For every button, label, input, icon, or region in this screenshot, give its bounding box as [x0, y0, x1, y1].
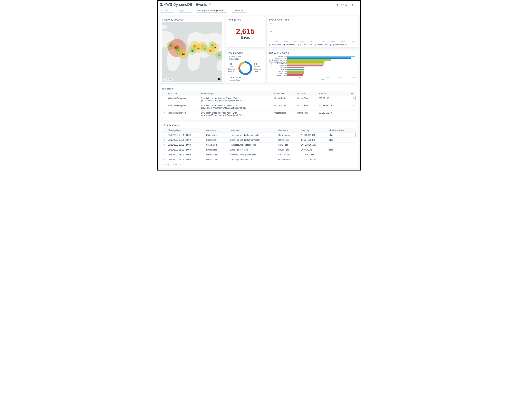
- legend-item[interactable]: CreateTable: [269, 44, 281, 46]
- col-header[interactable]: ErrorMessage: [199, 91, 273, 96]
- map-bubble[interactable]: 3: [191, 50, 194, 52]
- map-bubble[interactable]: 18: [209, 49, 212, 52]
- refresh-button[interactable]: [345, 4, 350, 6]
- map-bubble[interactable]: 1: [218, 54, 221, 56]
- filter-tablename[interactable]: tablename *: [232, 9, 246, 13]
- donut-label: 1,425 (11.1%) Describe Stream: [228, 63, 238, 73]
- table-row[interactable]: 405/19/2022 15:12:42:000DeleteTablesumol…: [162, 147, 356, 152]
- clock-icon: [336, 4, 339, 6]
- top5-donut[interactable]: 1,305 (10.2%) DeleteTable 1,425 (11.1%) …: [228, 55, 263, 81]
- filter-value: *: [169, 9, 170, 12]
- filter-namespace[interactable]: namespace: [197, 8, 227, 13]
- events-timechart[interactable]: 100 50 0 18:0021:0000:00 May 1903:0006:0…: [269, 22, 356, 43]
- panel-top10-iam-users: Top 10 IAM Users UserName Donna Fewcloud…: [267, 49, 358, 83]
- filter-button[interactable]: [351, 3, 354, 6]
- iam-user-name: Suraj Patel: [269, 72, 287, 74]
- iam-bar-row[interactable]: DynamoDBEventsRole-ISIQ: [269, 61, 356, 63]
- iam-bar-row[interactable]: Suraj Patel: [269, 72, 356, 74]
- panel-title: Top Errors: [162, 87, 356, 90]
- col-header[interactable]: SourceIp: [299, 128, 327, 133]
- col-header[interactable]: SourceIp: [317, 91, 346, 96]
- col-header[interactable]: Count: [346, 91, 356, 96]
- namespace-input[interactable]: [210, 9, 227, 12]
- iam-bar-row[interactable]: Donna Few: [269, 55, 356, 57]
- col-header[interactable]: tablename: [228, 128, 277, 133]
- col-header[interactable]: ErrorCode: [166, 91, 199, 96]
- table-row[interactable]: 305/19/2022 15:12:42:000CreateTablekines…: [162, 142, 356, 147]
- table-row[interactable]: 1ValidationException2 validation errors …: [162, 96, 356, 103]
- map-bubble[interactable]: 50: [213, 46, 216, 49]
- table-row[interactable]: 505/19/2022 15:12:42:000DescribeTablekin…: [162, 152, 356, 157]
- fade-overlay: [162, 116, 355, 119]
- table-row[interactable]: 205/19/2022 15:14:16:000UpdateTablesumol…: [162, 138, 356, 142]
- iam-y-label: UserName: [270, 59, 272, 67]
- panel-top5-events: Top 5 Events 1,305 (10.2%) DeleteTable: [226, 49, 265, 83]
- iam-bar-row[interactable]: Duc Ha: [269, 68, 356, 70]
- iam-bar-row[interactable]: Gosia Ferenc: [269, 74, 356, 76]
- panel-title: All Events Location: [162, 18, 222, 21]
- col-header[interactable]: MessageDate: [166, 128, 205, 133]
- iam-barchart[interactable]: UserName Donna Fewcloudhealthuserduc-dyn…: [269, 55, 356, 76]
- pager-first[interactable]: «: [163, 164, 164, 166]
- filter-region[interactable]: region *: [179, 9, 192, 13]
- map-bubble[interactable]: 7: [177, 49, 180, 52]
- time-range-label: -24h: [339, 3, 344, 6]
- all-events-table[interactable]: MessageDateeventnametablenameUserNameSou…: [162, 128, 356, 162]
- pager-of: of: [175, 164, 177, 166]
- col-header[interactable]: UserName: [277, 128, 299, 133]
- x-tick: 2,500: [352, 76, 356, 78]
- pager-page-input[interactable]: [168, 163, 174, 166]
- table-row[interactable]: 105/19/2022 15:14:16:000UpdateTablesumol…: [162, 133, 356, 138]
- map-bubble[interactable]: 11: [201, 44, 204, 47]
- panel-title: Events Over Time: [269, 18, 356, 21]
- pager-total: 100: [179, 164, 182, 166]
- legend-item[interactable]: UpdateTimeToLive: [330, 44, 347, 46]
- pager-prev[interactable]: ‹: [166, 164, 167, 166]
- map-bubble[interactable]: 140: [193, 44, 197, 48]
- map-bubble[interactable]: 5: [204, 47, 206, 50]
- col-header[interactable]: MFAAuthenticated: [327, 128, 356, 133]
- scrollbar-thumb[interactable]: [355, 96, 356, 100]
- mapbox-attribution: © mapbox: [163, 78, 173, 81]
- map-info-icon[interactable]: i: [218, 78, 221, 80]
- filter-value: *: [186, 9, 187, 12]
- panel-top-errors: Top Errors ErrorCodeErrorMessageeventnam…: [160, 85, 358, 120]
- pager-last[interactable]: »: [186, 164, 187, 166]
- time-range-picker[interactable]: -24h: [336, 3, 344, 6]
- filter-bar: account * region * namespace tablename *: [158, 8, 360, 15]
- y-tick: 0: [271, 38, 272, 40]
- col-header[interactable]: UserName: [296, 91, 317, 96]
- scrollbar-thumb[interactable]: [355, 133, 356, 137]
- iam-bar-row[interactable]: Jason Fem: [269, 65, 356, 67]
- top-errors-table[interactable]: ErrorCodeErrorMessageeventnameUserNameSo…: [162, 91, 356, 119]
- panel-all-table-events: All Table Events MessageDateeventnametab…: [160, 122, 358, 168]
- legend-item[interactable]: UpdateTable: [315, 44, 327, 46]
- map-bubble[interactable]: 1: [211, 44, 213, 46]
- legend-item[interactable]: DescribeTable: [298, 44, 312, 46]
- pager-next[interactable]: ›: [184, 164, 184, 166]
- iam-user-name: Carol Nugen: [269, 70, 287, 72]
- filter-account[interactable]: account *: [160, 9, 174, 13]
- iam-bar-row[interactable]: Mike Man: [269, 67, 356, 68]
- panel-title: Total Errors: [228, 18, 263, 21]
- iam-bar-row[interactable]: Carol Nugen: [269, 70, 356, 72]
- donut-label: 6,154 (48.1%) Describe Table: [254, 63, 263, 73]
- map-bubble[interactable]: 40: [197, 47, 200, 50]
- col-header[interactable]: eventname: [204, 128, 228, 133]
- legend-item[interactable]: DeleteTable: [283, 44, 295, 46]
- world-map[interactable]: 66197157140403115150181 © mapbox i: [162, 22, 222, 82]
- iam-bar-row[interactable]: MDJH1KRYQ2: [269, 63, 356, 65]
- x-tick: 15:00: [351, 41, 356, 43]
- iam-bar-row[interactable]: cloudhealthuser: [269, 57, 356, 59]
- filter-label: tablename: [233, 9, 243, 12]
- popout-icon[interactable]: [208, 3, 211, 6]
- col-header[interactable]: eventname: [273, 91, 296, 96]
- iam-bar-row[interactable]: duc-dynamodb-sam-Read: [269, 59, 356, 61]
- table-row[interactable]: 2ValidationException2 validation errors …: [162, 103, 356, 111]
- svg-point-11: [239, 62, 251, 74]
- kebab-menu[interactable]: [356, 3, 358, 6]
- iam-x-label: count: [288, 78, 356, 80]
- total-errors-label: Errors: [228, 36, 263, 39]
- map-bubble[interactable]: 6: [169, 44, 172, 47]
- map-bubble[interactable]: 157: [181, 52, 185, 56]
